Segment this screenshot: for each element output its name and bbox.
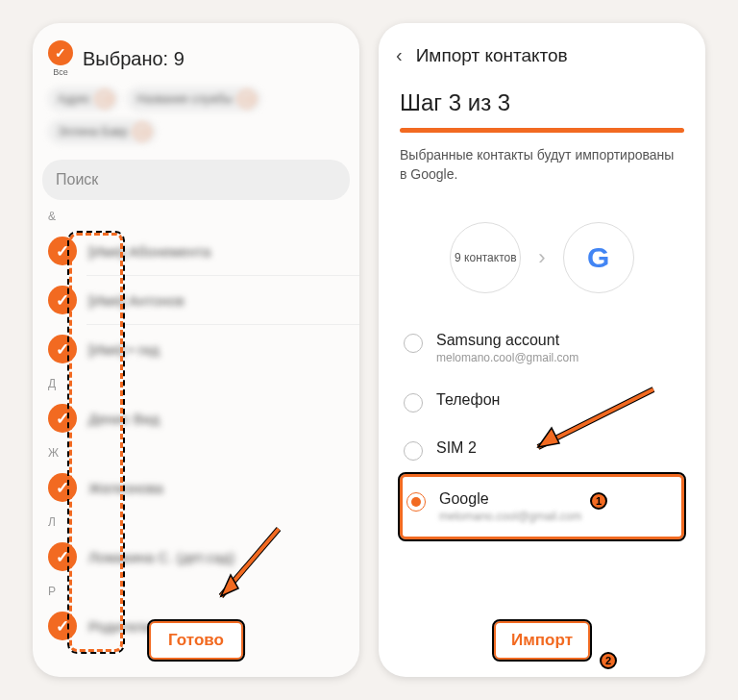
back-icon[interactable]: ‹ [396, 44, 403, 66]
step-info: Выбранные контакты будут импортированы в… [379, 142, 705, 201]
chip-remove-icon[interactable] [134, 123, 151, 140]
progress-bar [400, 128, 684, 133]
chip-remove-icon[interactable] [238, 90, 256, 108]
import-button[interactable]: Импорт [494, 621, 590, 660]
contact-list: & [Имя] Абонемента [Имя] Антонов [Имя] •… [33, 206, 359, 650]
selection-header: Все Выбрано: 9 Адрес Название службы Элл… [33, 23, 359, 154]
list-item[interactable]: Ломакина С. (дет.сад) [33, 533, 359, 581]
check-icon[interactable] [48, 404, 77, 433]
alpha-header: Ж [33, 442, 359, 463]
source-circle: 9 контактов [450, 222, 521, 293]
list-item[interactable]: [Имя] Абонемента [33, 227, 359, 275]
step-text: Шаг 3 из 3 [400, 89, 684, 116]
check-icon[interactable] [48, 612, 77, 640]
alpha-header: Р [33, 581, 359, 602]
account-row-sim2[interactable]: SIM 2 [400, 426, 684, 474]
flow-row: 9 контактов › G [379, 201, 705, 318]
account-row-phone[interactable]: Телефон [400, 378, 684, 426]
chip-remove-icon[interactable] [96, 90, 113, 108]
alpha-header: Л [33, 512, 359, 533]
list-item[interactable]: [Имя] • гид [33, 325, 359, 373]
check-icon[interactable] [48, 542, 77, 571]
search-input[interactable]: Поиск [42, 160, 350, 200]
alpha-header: & [33, 206, 359, 227]
select-all-label: Все [53, 67, 68, 77]
done-button[interactable]: Готово [149, 621, 243, 660]
chips-row: Адрес Название службы Эллина Бавр [48, 87, 344, 144]
step-wrap: Шаг 3 из 3 [379, 72, 705, 142]
account-row-google[interactable]: Google melomano.cool@gmail.com [400, 474, 684, 539]
chip[interactable]: Эллина Бавр [48, 119, 157, 144]
phone-left: Все Выбрано: 9 Адрес Название службы Элл… [33, 23, 359, 677]
list-item[interactable]: Железнова [33, 463, 359, 512]
radio-icon[interactable] [406, 492, 426, 512]
check-icon[interactable] [48, 286, 77, 314]
chevron-right-icon: › [538, 245, 545, 270]
target-circle: G [563, 222, 634, 293]
header: ‹ Импорт контактов [379, 23, 705, 72]
selected-count: Выбрано: 9 [83, 48, 184, 70]
select-all-icon[interactable] [48, 40, 73, 65]
account-row-samsung[interactable]: Samsung account melomano.cool@gmail.com [400, 318, 684, 378]
chip[interactable]: Адрес [48, 87, 119, 112]
phone-right: ‹ Импорт контактов Шаг 3 из 3 Выбранные … [379, 23, 705, 677]
radio-icon[interactable] [404, 441, 423, 461]
check-icon[interactable] [48, 335, 77, 363]
check-icon[interactable] [48, 473, 77, 502]
check-icon[interactable] [48, 237, 77, 265]
page-title: Импорт контактов [416, 45, 568, 66]
annotation-badge-2: 2 [600, 652, 617, 669]
account-list: Samsung account melomano.cool@gmail.com … [379, 318, 705, 539]
radio-icon[interactable] [404, 334, 423, 353]
chip[interactable]: Название службы [127, 87, 261, 112]
google-logo-icon: G [587, 241, 609, 274]
alpha-header: Д [33, 373, 359, 394]
list-item[interactable]: Денис Вид [33, 394, 359, 442]
annotation-badge-1: 1 [590, 492, 607, 510]
radio-icon[interactable] [404, 393, 423, 412]
flow-count: 9 контактов [455, 251, 517, 264]
list-item[interactable]: [Имя] Антонов [33, 276, 359, 324]
